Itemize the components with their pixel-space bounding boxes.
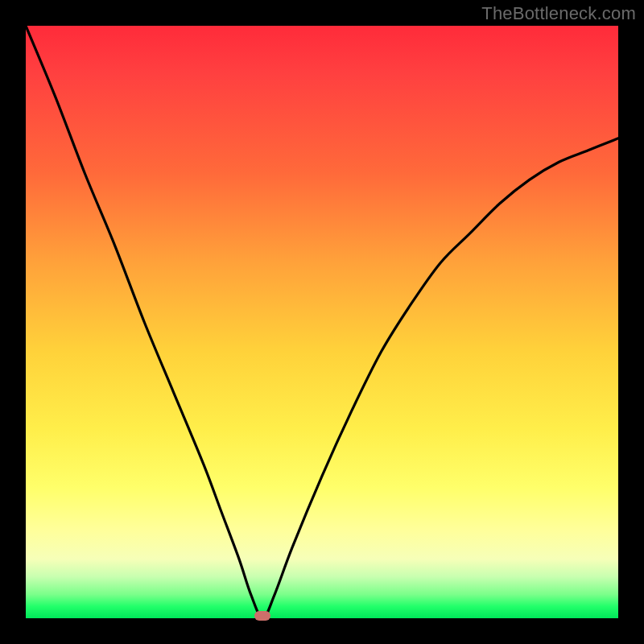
watermark-text: TheBottleneck.com <box>481 3 636 24</box>
bottleneck-curve-path <box>26 26 618 618</box>
bottleneck-marker <box>254 611 270 621</box>
plot-area <box>26 26 618 618</box>
curve-svg <box>26 26 618 618</box>
chart-frame: TheBottleneck.com <box>0 0 644 644</box>
